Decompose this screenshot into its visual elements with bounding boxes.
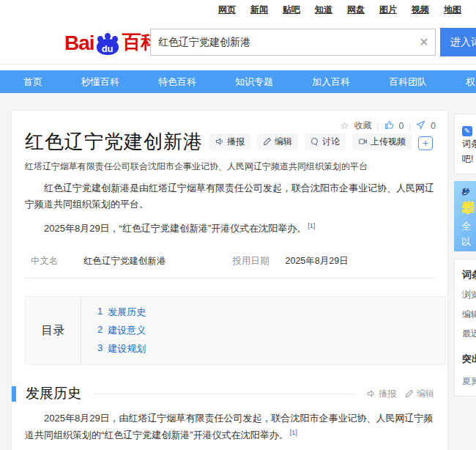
service-link-tieba[interactable]: 贴吧 — [283, 4, 300, 16]
edit-promo-box[interactable]: ✎ 词条 吧! — [454, 114, 476, 174]
entry-statistics-box: 词条统计 浏览次数： 编辑次数： 最近更新： 突出贡献榜 夏翼 — [454, 259, 476, 396]
banner-text: 全 — [461, 220, 476, 233]
service-link-maps[interactable]: 地图 — [444, 4, 461, 16]
article-actions: ☆ 收藏 | 0 | 0 — [341, 119, 436, 132]
toc-item-development-history[interactable]: 1 发展历史 — [97, 306, 146, 319]
lead-paragraph-text: 红色辽宁党建创新港是由红塔辽宁烟草有限责任公司发起，联合沈阳市企事业记协、人民网… — [25, 182, 434, 210]
share-count[interactable]: 0 — [431, 121, 436, 131]
chat-icon — [310, 137, 319, 146]
service-link-webpage[interactable]: 网页 — [218, 4, 236, 16]
infobox-item-launch-date: 投用日期 2025年8月29日 — [233, 255, 435, 268]
baidu-paw-icon: du — [95, 33, 120, 55]
promo-text: 词条 — [462, 139, 476, 149]
nav-item-featured[interactable]: 特色百科 — [158, 75, 196, 89]
nav-item-team[interactable]: 百科团队 — [389, 75, 427, 89]
baidu-services-bar: 网页 新闻 贴吧 知道 网盘 图片 视频 地图 文库 — [0, 0, 476, 21]
section-edit-button[interactable]: 编辑 — [405, 388, 434, 400]
right-sidebar: ✎ 词条 吧! 秒 攀 全 以 词条统计 浏览次数： 编辑次数： 最近更新： 突… — [454, 114, 476, 396]
nav-item-miaodong[interactable]: 秒懂百科 — [81, 75, 119, 89]
toc-title: 目录 — [26, 297, 81, 364]
stats-title: 词条统计 — [462, 267, 476, 283]
banner-headline: 攀 — [461, 199, 476, 218]
search-box: ✕ — [150, 29, 436, 56]
section-broadcast-button[interactable]: 播报 — [367, 388, 396, 400]
header-spacer — [0, 64, 476, 70]
edit-pencil-icon: ✎ — [462, 126, 472, 136]
toc-label: 建设意义 — [108, 324, 146, 337]
toc-number: 1 — [97, 306, 103, 319]
baike-nav: 首页 秒懂百科 特色百科 知识专题 加入百科 百科团队 权威合作 — [0, 70, 476, 93]
nav-item-topics[interactable]: 知识专题 — [235, 75, 273, 89]
reference-link[interactable]: [1] — [290, 429, 297, 436]
service-link-zhidao[interactable]: 知道 — [315, 4, 332, 16]
like-count[interactable]: 0 — [399, 121, 404, 131]
enter-entry-button[interactable]: 进入词条 — [440, 28, 476, 56]
broadcast-label: 播报 — [379, 388, 396, 400]
infobox-item-chinese-name: 中文名 红色辽宁党建创新港 — [31, 255, 233, 268]
title-row: 红色辽宁党建创新港 播报 编辑 讨论 上传视频 + — [25, 131, 434, 152]
share-icon[interactable] — [416, 120, 425, 132]
reference-link[interactable]: [1] — [308, 222, 315, 229]
divider: | — [376, 121, 379, 131]
toc-item-construction-plan[interactable]: 3 建设规划 — [97, 342, 146, 355]
banner-tag: 秒 — [461, 187, 476, 197]
infobox-value: 红色辽宁党建创新港 — [83, 255, 166, 268]
speaker-icon — [215, 137, 224, 146]
nav-item-cooperation[interactable]: 权威合作 — [466, 75, 476, 89]
pencil-icon — [263, 137, 272, 146]
toc-number: 2 — [97, 324, 103, 337]
infobox: 中文名 红色辽宁党建创新港 投用日期 2025年8月29日 — [25, 249, 434, 279]
lead-paragraph: 2025年8月29日，“红色辽宁党建创新港”开港仪式在沈阳举办。[1] — [25, 221, 434, 237]
add-version-button[interactable]: + — [418, 136, 433, 150]
baidu-services-links: 网页 新闻 贴吧 知道 网盘 图片 视频 地图 文库 — [218, 4, 476, 16]
article-card: ☆ 收藏 | 0 | 0 红色辽宁党建创新港 播报 编辑 讨论 上传视频 + 红… — [11, 110, 448, 450]
thumbs-up-icon[interactable] — [384, 120, 394, 132]
infobox-label: 投用日期 — [233, 255, 286, 268]
promo-banner[interactable]: 秒 攀 全 以 — [454, 181, 476, 251]
nav-item-join[interactable]: 加入百科 — [312, 75, 350, 89]
video-icon — [358, 137, 368, 146]
edit-label: 编辑 — [275, 136, 292, 148]
collect-button[interactable]: 收藏 — [354, 119, 371, 132]
search-input[interactable] — [151, 37, 413, 48]
header: Bai du 百科 ✕ 进入词条 — [0, 21, 476, 64]
broadcast-button[interactable]: 播报 — [209, 133, 250, 150]
lead-paragraph-text: 2025年8月29日，“红色辽宁党建创新港”开港仪式在沈阳举办。 — [44, 223, 306, 234]
infobox-value: 2025年8月29日 — [286, 255, 349, 268]
edit-button[interactable]: 编辑 — [257, 133, 298, 150]
logo-text-du: du — [97, 43, 119, 54]
pencil-icon — [405, 389, 414, 398]
service-link-netdisk[interactable]: 网盘 — [347, 4, 365, 16]
clear-search-icon[interactable]: ✕ — [413, 35, 435, 49]
logo-text-bai: Bai — [64, 32, 94, 55]
section-heading-row: 发展历史 播报 编辑 — [25, 384, 434, 403]
banner-text: 以 — [461, 235, 476, 248]
nav-item-home[interactable]: 首页 — [23, 75, 42, 89]
toc-label: 发展历史 — [108, 306, 146, 319]
toc-list: 1 发展历史 2 建设意义 3 建设规划 — [81, 297, 162, 364]
section-paragraph-text: 2025年8月29日，由红塔辽宁烟草有限责任公司发起，联合沈阳市企事业记协、人民… — [25, 413, 434, 440]
page-title: 红色辽宁党建创新港 — [25, 131, 203, 152]
promo-text: 吧! — [462, 154, 473, 164]
upload-video-label: 上传视频 — [371, 136, 406, 148]
discuss-button[interactable]: 讨论 — [305, 133, 346, 150]
stats-views: 浏览次数： — [462, 287, 476, 302]
stats-updated: 最近更新： — [462, 326, 476, 341]
speaker-icon — [367, 389, 376, 398]
service-link-video[interactable]: 视频 — [412, 4, 429, 16]
divider: | — [409, 121, 411, 131]
edit-label: 编辑 — [417, 388, 434, 400]
section-development-history: 发展历史 播报 编辑 2025年8月29日，由红塔辽宁烟草有限责任公司发起，联合… — [25, 384, 434, 444]
baidu-baike-logo[interactable]: Bai du 百科 — [64, 29, 160, 55]
contributor-link[interactable]: 夏翼 — [462, 374, 476, 388]
section-marker — [12, 386, 16, 402]
service-link-news[interactable]: 新闻 — [250, 4, 268, 16]
stats-edits: 编辑次数： — [462, 307, 476, 322]
discuss-label: 讨论 — [322, 136, 340, 148]
service-link-images[interactable]: 图片 — [379, 4, 397, 16]
upload-video-button[interactable]: 上传视频 — [352, 133, 412, 150]
article-subtitle: 红塔辽宁烟草有限责任公司联合沈阳市企事业记协、人民网辽宁频道共同组织策划的平台 — [25, 161, 434, 173]
broadcast-label: 播报 — [227, 136, 245, 148]
infobox-label: 中文名 — [31, 255, 83, 268]
toc-item-construction-significance[interactable]: 2 建设意义 — [97, 324, 146, 337]
